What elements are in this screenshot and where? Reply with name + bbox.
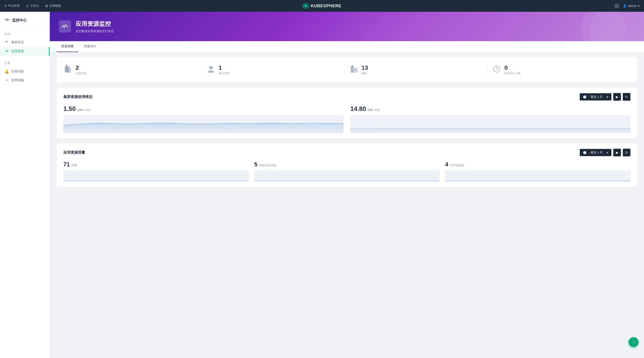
app-resources-card: 应用资源用量 🕐 最近 1 天 ▾ ▶ ↻ 71 — [56, 143, 637, 187]
nav-workbench[interactable]: ⊙ 工作台 — [26, 4, 39, 8]
memory-label: 内存 — [374, 108, 380, 112]
refresh-button-app[interactable]: ↻ — [623, 149, 630, 156]
sidebar-item-alert-policy[interactable]: ✏ 告警策略 — [0, 76, 50, 85]
nav-workbench-label: 工作台 — [30, 4, 39, 8]
usage-deployments: 71 部署 — [63, 161, 249, 182]
cpu-label: CPU — [85, 108, 91, 112]
sidebar: 监控中心 监控 集群状态 应用资源 — [0, 12, 50, 358]
play-button-app[interactable]: ▶ — [613, 149, 621, 156]
header-monitor-icon — [62, 23, 68, 30]
enterprise-space-icon — [63, 64, 72, 75]
section-label-alerts: 告警 — [0, 61, 50, 67]
sidebar-item-app-resources[interactable]: 应用资源 — [0, 47, 50, 56]
daemonsets-label: 守护进程集 — [450, 164, 464, 168]
daemonsets-value: 4 — [445, 161, 448, 168]
time-selector-cluster[interactable]: 🕐 最近 1 天 ▾ — [580, 93, 612, 100]
nav-platform-icon: ≡ — [4, 4, 6, 8]
page-subtitle: 监控集群应用资源的运行状态 — [76, 29, 114, 33]
svg-rect-19 — [254, 180, 440, 182]
tab-resource-usage[interactable]: 资源用量 — [56, 41, 78, 52]
sidebar-item-alert-messages[interactable]: 🔔 告警消息 — [0, 67, 50, 76]
nav-apptemplate[interactable]: ⊞ 应用模板 — [45, 4, 61, 8]
usage-daemonsets: 4 守护进程集 — [445, 161, 630, 182]
nav-right: 👤 admin ▾ — [614, 4, 640, 8]
sidebar-header: 监控中心 — [0, 12, 50, 28]
alert-messages-icon: 🔔 — [4, 69, 9, 74]
cluster-resources-title: 集群资源使用情况 — [63, 94, 92, 99]
svg-rect-5 — [67, 67, 68, 68]
sidebar-section-monitoring: 监控 集群状态 应用资源 — [0, 28, 50, 58]
memory-value: 14.80 — [350, 105, 366, 112]
nav-platform[interactable]: ≡ 平台管理 — [4, 4, 20, 8]
svg-rect-7 — [67, 68, 68, 70]
user-name: admin — [628, 4, 636, 8]
daemonsets-chart — [445, 170, 630, 182]
user-avatar-icon: 👤 — [623, 4, 626, 8]
sidebar-section-alerts: 告警 🔔 告警消息 ✏ 告警策略 — [0, 58, 50, 86]
deployments-value: 71 — [63, 161, 70, 168]
stat-enterprise-number: 2 — [76, 65, 86, 70]
memory-unit: GiB — [368, 108, 373, 112]
nav-apptemplate-icon: ⊞ — [45, 4, 48, 8]
tab-usage-ranking[interactable]: 用量排行 — [79, 41, 101, 52]
nav-workbench-icon: ⊙ — [26, 4, 29, 8]
cpu-value: 1.50 — [63, 105, 76, 112]
stat-devops-number: 0 — [504, 65, 520, 70]
clock-icon: 🕐 — [583, 95, 586, 99]
cluster-resources-header: 集群资源使用情况 🕐 最近 1 天 ▾ ▶ ↻ — [63, 93, 630, 101]
stat-enterprise-space: 2 企业空间 — [63, 62, 202, 78]
svg-point-13 — [209, 66, 213, 70]
stat-projects-number: 13 — [362, 65, 368, 70]
float-action-button[interactable]: ↑ — [628, 337, 638, 347]
app-resources-icon — [4, 49, 9, 54]
alert-messages-label: 告警消息 — [11, 70, 24, 74]
refresh-button[interactable]: ↻ — [623, 93, 630, 101]
alert-policy-label: 告警策略 — [11, 78, 24, 82]
dropdown-icon-app: ▾ — [607, 151, 608, 154]
top-navigation: ≡ 平台管理 ⊙ 工作台 ⊞ 应用模板 KUBESPHERE 👤 admin ▾ — [0, 0, 644, 12]
memory-metric: 14.80 GiB 内存 — [350, 105, 630, 133]
stat-enterprise-label: 企业空间 — [76, 72, 86, 75]
nav-platform-label: 平台管理 — [8, 4, 20, 8]
user-dropdown-icon: ▾ — [638, 4, 640, 8]
app-resources-title: 应用资源用量 — [63, 150, 85, 155]
user-menu[interactable]: 👤 admin ▾ — [623, 4, 640, 8]
play-button[interactable]: ▶ — [613, 93, 621, 101]
time-selector-app[interactable]: 🕐 最近 1 天 ▾ — [580, 149, 612, 156]
stat-account-number: 1 — [218, 65, 230, 70]
nav-left: ≡ 平台管理 ⊙ 工作台 ⊞ 应用模板 — [4, 4, 61, 8]
cluster-resources-card: 集群资源使用情况 🕐 最近 1 天 ▾ ▶ ↻ 1.50 — [56, 88, 637, 139]
logo-text: KUBESPHERE — [311, 4, 341, 8]
stat-account-management: 1 账号管理 — [202, 62, 345, 78]
cpu-metric: 1.50 core CPU — [63, 105, 344, 133]
svg-rect-9 — [67, 70, 68, 72]
app-chart-controls: 🕐 最近 1 天 ▾ ▶ ↻ — [580, 149, 630, 156]
account-management-icon — [206, 64, 216, 75]
cluster-status-label: 集群状态 — [11, 40, 24, 44]
devops-icon — [492, 64, 501, 75]
tabs-bar: 资源用量 用量排行 — [50, 41, 644, 52]
cpu-unit: core — [77, 108, 83, 112]
content-area: 2 企业空间 1 账号管理 — [50, 52, 644, 196]
notification-icon[interactable] — [614, 4, 619, 8]
sidebar-item-cluster-status[interactable]: 集群状态 — [0, 38, 50, 47]
svg-rect-4 — [66, 67, 66, 68]
logo-icon — [302, 3, 309, 9]
svg-rect-12 — [66, 66, 67, 67]
main-layout: 监控中心 监控 集群状态 应用资源 — [0, 12, 644, 358]
header-icon-wrap — [59, 20, 71, 32]
svg-rect-10 — [69, 68, 71, 73]
cluster-status-icon — [4, 40, 9, 44]
section-label-monitoring: 监控 — [0, 32, 50, 38]
logo: KUBESPHERE — [302, 3, 341, 9]
clock-icon-app: 🕐 — [583, 151, 586, 154]
nav-apptemplate-label: 应用模板 — [49, 4, 61, 8]
app-resources-label: 应用资源 — [11, 49, 24, 54]
statefulsets-label: 有状态副本集 — [259, 164, 276, 168]
deployments-chart — [63, 170, 249, 182]
stat-devops-label: DevOps 工程 — [504, 72, 520, 75]
svg-rect-8 — [66, 70, 66, 72]
stat-devops: 0 DevOps 工程 — [488, 62, 630, 78]
statefulsets-chart — [254, 170, 440, 182]
sidebar-title: 监控中心 — [12, 18, 27, 23]
